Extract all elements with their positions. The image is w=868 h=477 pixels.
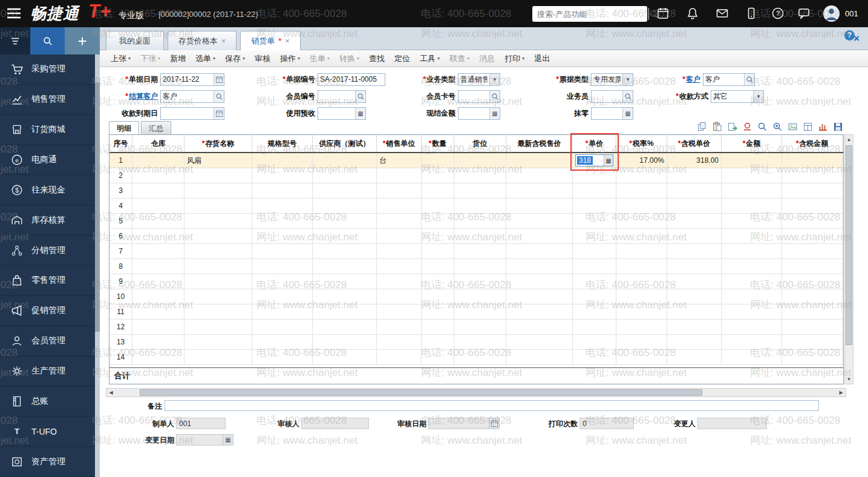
table-cell[interactable] xyxy=(573,168,616,183)
table-cell[interactable] xyxy=(573,229,616,243)
sidebar-item-ledger[interactable]: 总账 xyxy=(0,386,95,416)
doc-no-input[interactable] xyxy=(318,74,385,85)
menu-add-icon[interactable] xyxy=(65,27,100,54)
table-cell[interactable] xyxy=(132,229,184,243)
table-cell[interactable]: 4 xyxy=(109,199,132,213)
table-cell[interactable] xyxy=(252,183,313,198)
table-cell[interactable] xyxy=(782,274,843,289)
table-row[interactable]: 5 xyxy=(109,214,844,229)
audit-button[interactable]: 审核 xyxy=(250,51,275,66)
table-cell[interactable] xyxy=(313,289,377,304)
table-cell[interactable] xyxy=(184,259,252,274)
mobile-icon[interactable] xyxy=(745,7,758,20)
table-cell[interactable] xyxy=(573,244,616,258)
table-cell[interactable] xyxy=(722,335,782,349)
table-cell[interactable] xyxy=(377,274,422,289)
search-icon[interactable] xyxy=(214,91,224,102)
table-row[interactable]: 6 xyxy=(109,229,844,244)
horizontal-scroll-thumb[interactable] xyxy=(140,389,702,396)
close-icon[interactable]: × xyxy=(221,36,226,45)
table-cell[interactable] xyxy=(252,214,313,228)
save-button[interactable]: 保存▾ xyxy=(220,51,250,66)
sidebar-item-ecommerce[interactable]: e电商通 xyxy=(0,145,95,176)
table-cell[interactable] xyxy=(722,183,782,198)
find-button[interactable]: 查找 xyxy=(364,51,390,66)
column-header[interactable]: 序号 xyxy=(109,135,132,152)
tab-price-book[interactable]: 存货价格本 × xyxy=(168,31,237,50)
field-label[interactable]: *结算客户 xyxy=(105,91,160,102)
table-cell[interactable] xyxy=(252,153,313,168)
unit-price-editor[interactable]: 318▦ xyxy=(575,154,613,166)
table-cell[interactable] xyxy=(722,274,782,289)
table-cell[interactable] xyxy=(184,168,252,183)
table-cell[interactable] xyxy=(454,199,506,213)
table-cell[interactable] xyxy=(667,350,722,364)
table-cell[interactable] xyxy=(506,168,573,183)
table-cell[interactable] xyxy=(616,274,667,289)
table-cell[interactable] xyxy=(782,244,843,258)
tab-summary[interactable]: 汇总 xyxy=(141,121,171,134)
table-cell[interactable] xyxy=(616,320,667,334)
table-cell[interactable] xyxy=(506,153,573,168)
sidebar-item-asset[interactable]: 资产管理 xyxy=(0,447,95,477)
modifier-input[interactable] xyxy=(698,418,766,429)
dropdown-icon[interactable]: ▾ xyxy=(489,74,500,85)
table-cell[interactable] xyxy=(843,289,844,304)
table-cell[interactable] xyxy=(616,304,667,319)
search-icon[interactable] xyxy=(355,91,365,102)
table-cell[interactable] xyxy=(184,350,252,364)
table-cell[interactable] xyxy=(782,199,843,213)
operate-button[interactable]: 操作▾ xyxy=(275,51,305,66)
table-cell[interactable]: 12 xyxy=(109,320,132,334)
table-cell[interactable] xyxy=(782,214,843,228)
zoom-icon[interactable] xyxy=(772,122,783,133)
message-button[interactable]: 消息 xyxy=(474,51,500,66)
table-cell[interactable] xyxy=(782,168,843,183)
table-cell[interactable] xyxy=(506,244,573,258)
table-cell[interactable] xyxy=(377,320,422,334)
table-cell[interactable] xyxy=(843,259,844,274)
table-cell[interactable] xyxy=(506,304,573,319)
table-cell[interactable] xyxy=(722,214,782,228)
table-cell[interactable]: 8 xyxy=(109,259,132,274)
generate-button[interactable]: 生单▾ xyxy=(305,51,334,66)
sidebar-scroll-thumb[interactable] xyxy=(95,82,100,332)
table-cell[interactable] xyxy=(377,350,422,364)
calendar-icon[interactable] xyxy=(214,108,224,119)
export-icon[interactable] xyxy=(727,122,738,133)
image-icon[interactable] xyxy=(788,122,798,133)
table-cell[interactable] xyxy=(422,335,454,349)
table-cell[interactable] xyxy=(377,259,422,274)
column-header[interactable]: *单价 xyxy=(573,135,616,152)
table-cell[interactable] xyxy=(422,259,454,274)
table-row[interactable]: 12 xyxy=(109,320,844,335)
column-header[interactable]: *含税金额 xyxy=(782,135,843,152)
table-cell[interactable] xyxy=(422,183,454,198)
table-cell[interactable] xyxy=(454,350,506,364)
table-row[interactable]: 13 xyxy=(109,335,844,350)
table-cell[interactable] xyxy=(616,289,667,304)
table-cell[interactable] xyxy=(377,335,422,349)
table-cell[interactable] xyxy=(252,289,313,304)
table-cell[interactable] xyxy=(252,199,313,213)
table-cell[interactable] xyxy=(313,199,377,213)
print-count-input[interactable] xyxy=(580,418,633,429)
biz-type-input[interactable] xyxy=(458,74,489,85)
column-header[interactable]: *存货名称 xyxy=(184,135,252,152)
table-cell[interactable] xyxy=(782,183,843,198)
table-cell[interactable]: 7 xyxy=(109,244,132,258)
table-cell[interactable] xyxy=(184,229,252,243)
table-cell[interactable] xyxy=(313,274,377,289)
scroll-down-icon[interactable]: ▼ xyxy=(845,375,853,384)
table-cell[interactable] xyxy=(422,153,454,168)
table-cell[interactable] xyxy=(132,199,184,213)
column-header[interactable]: *数量 xyxy=(422,135,454,152)
link-query-button[interactable]: 联查▾ xyxy=(445,51,474,66)
table-cell[interactable]: 台 xyxy=(377,153,422,168)
table-cell[interactable] xyxy=(782,289,843,304)
table-cell[interactable] xyxy=(184,320,252,334)
table-cell[interactable] xyxy=(667,304,722,319)
table-cell[interactable] xyxy=(454,335,506,349)
table-cell[interactable] xyxy=(616,244,667,258)
member-card-input[interactable] xyxy=(458,91,489,102)
